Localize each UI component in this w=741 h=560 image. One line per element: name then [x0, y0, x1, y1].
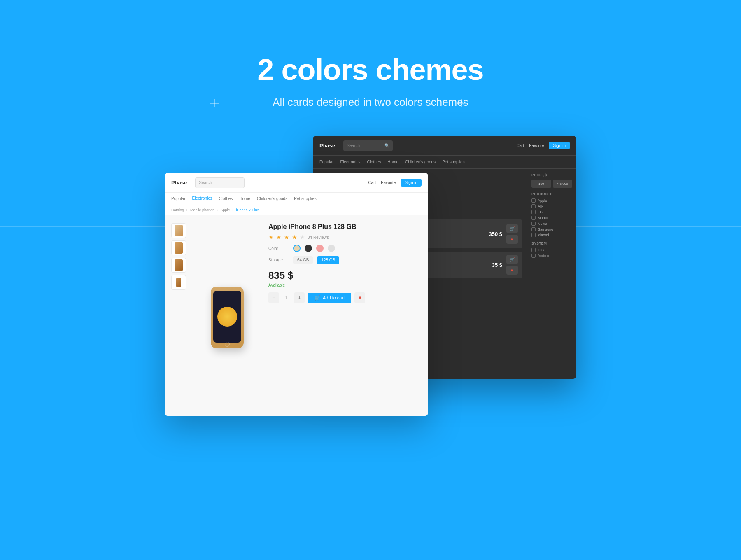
breadcrumb-sep-1: › — [186, 208, 188, 212]
dark-checkbox-ark[interactable] — [531, 204, 536, 208]
dark-price-min[interactable]: 100 — [531, 180, 551, 188]
dark-checkbox-nokia[interactable] — [531, 222, 536, 226]
dark-product-price-2: 35 $ — [492, 262, 502, 268]
dark-price-range: 100 > 5,000 — [531, 180, 572, 188]
dark-product-price-1: 350 $ — [489, 231, 502, 237]
dark-add-fav-2[interactable]: ♥ — [506, 266, 518, 275]
dark-nav-popular[interactable]: Popular — [319, 160, 333, 164]
dark-system-android-label: Android — [538, 254, 550, 258]
storage-128gb[interactable]: 128 GB — [317, 256, 339, 264]
dark-price-filter: Price, $ 100 > 5,000 — [531, 173, 572, 188]
breadcrumb-current: iPhone 7 Plus — [236, 208, 259, 212]
light-subnav: Popular Electronics Clothes Home Childre… — [165, 193, 428, 205]
dark-subnav: Popular Electronics Clothes Home Childre… — [313, 156, 576, 169]
dark-producer-xiaomi-label: Xiaomi — [538, 233, 549, 237]
dark-system-android[interactable]: Android — [531, 254, 572, 258]
dark-nav-pet[interactable]: Pet supplies — [442, 160, 464, 164]
dark-nav-childrens[interactable]: Children's goods — [405, 160, 436, 164]
dark-search[interactable]: Search 🔍 — [343, 140, 393, 151]
dark-checkbox-xiaomi[interactable] — [531, 233, 536, 237]
dark-producer-nokia[interactable]: Nokia — [531, 222, 572, 226]
color-option-gold[interactable] — [293, 245, 301, 252]
light-body: Apple iPhone 8 Plus 128 GB ★ ★ ★ ★ ★ 34 … — [165, 215, 428, 416]
dark-system-ios-label: iOS — [538, 248, 544, 252]
storage-64gb[interactable]: 64 GB — [293, 256, 313, 264]
light-cart-link[interactable]: Cart — [368, 180, 376, 185]
light-favorite-link[interactable]: Favorite — [381, 180, 396, 185]
light-nav-pet[interactable]: Pet supplies — [294, 196, 316, 201]
light-nav: Phase Search Cart Favorite Sign in — [165, 173, 428, 193]
light-main-image — [194, 223, 260, 412]
dark-cart-link[interactable]: Cart — [516, 143, 524, 148]
breadcrumb-catalog[interactable]: Catalog — [171, 208, 184, 212]
color-option-pink[interactable] — [316, 245, 324, 252]
dark-system-label: System — [531, 241, 572, 245]
dark-nav: Phase Search 🔍 Cart Favorite Sign in — [313, 136, 576, 156]
light-signin-button[interactable]: Sign in — [401, 179, 422, 187]
light-nav-popular[interactable]: Popular — [171, 196, 185, 201]
light-add-to-cart-row: − 1 + 🛒 Add to cart ♥ — [268, 292, 422, 303]
dark-price-max[interactable]: > 5,000 — [553, 180, 573, 188]
dark-producer-lg[interactable]: LG — [531, 210, 572, 214]
light-nav-home[interactable]: Home — [239, 196, 250, 201]
light-product-details: Apple iPhone 8 Plus 128 GB ★ ★ ★ ★ ★ 34 … — [268, 223, 422, 412]
light-search-text: Search — [199, 180, 212, 185]
star-1: ★ — [268, 234, 274, 240]
dark-producer-marco[interactable]: Marco — [531, 216, 572, 220]
dark-signin-button[interactable]: Sign in — [549, 142, 570, 149]
add-to-cart-button[interactable]: 🛒 Add to cart — [308, 293, 351, 303]
dark-nav-home[interactable]: Home — [387, 160, 398, 164]
dark-producer-samsung[interactable]: Samsung — [531, 227, 572, 231]
qty-decrease-button[interactable]: − — [268, 292, 279, 303]
light-price: 835 $ — [268, 270, 422, 281]
light-availability: Available — [268, 283, 422, 287]
light-search[interactable]: Search — [195, 177, 245, 188]
dark-producer-xiaomi[interactable]: Xiaomi — [531, 233, 572, 237]
star-3: ★ — [284, 234, 289, 240]
search-icon: 🔍 — [384, 143, 389, 148]
dark-product-actions-2: 🛒 ♥ — [506, 255, 518, 275]
dark-checkbox-apple[interactable] — [531, 198, 536, 203]
dark-add-fav-1[interactable]: ♥ — [506, 235, 518, 244]
light-thumb-3[interactable] — [171, 258, 186, 273]
light-thumb-4[interactable] — [171, 275, 186, 290]
light-image-thumbnails — [171, 223, 186, 412]
qty-increase-button[interactable]: + — [294, 292, 305, 303]
dark-checkbox-android[interactable] — [531, 254, 536, 258]
dark-add-cart-1[interactable]: 🛒 — [506, 224, 518, 233]
qty-value: 1 — [282, 295, 291, 301]
light-product-name: Apple iPhone 8 Plus 128 GB — [268, 223, 422, 231]
dark-checkbox-ios[interactable] — [531, 248, 536, 252]
color-option-black[interactable] — [305, 245, 312, 252]
light-nav-childrens[interactable]: Children's goods — [257, 196, 287, 201]
color-option-silver[interactable] — [328, 245, 335, 252]
dark-checkbox-lg[interactable] — [531, 210, 536, 214]
phone-home-button — [225, 342, 230, 347]
dark-checkbox-marco[interactable] — [531, 216, 536, 220]
breadcrumb-apple[interactable]: Apple — [221, 208, 230, 212]
dark-price-label: Price, $ — [531, 173, 572, 177]
light-thumb-2[interactable] — [171, 240, 186, 255]
dark-producer-samsung-label: Samsung — [538, 227, 553, 231]
light-nav-electronics[interactable]: Electronics — [192, 196, 212, 201]
dark-favorite-link[interactable]: Favorite — [529, 143, 544, 148]
dark-producer-ark[interactable]: Ark — [531, 204, 572, 208]
dark-add-cart-2[interactable]: 🛒 — [506, 255, 518, 264]
dark-system-ios[interactable]: iOS — [531, 248, 572, 252]
dark-producer-apple[interactable]: Apple — [531, 198, 572, 203]
dark-nav-clothes[interactable]: Clothes — [367, 160, 381, 164]
light-nav-clothes[interactable]: Clothes — [219, 196, 233, 201]
dark-producer-nokia-label: Nokia — [538, 222, 547, 226]
light-color-selector: Color — [268, 245, 422, 252]
phone-screen-content — [217, 307, 237, 327]
light-thumb-1[interactable] — [171, 223, 186, 238]
dark-producer-marco-label: Marco — [538, 216, 548, 220]
dark-producer-apple-label: Apple — [538, 198, 547, 203]
breadcrumb-mobile-phones[interactable]: Mobile phones — [190, 208, 214, 212]
dark-checkbox-samsung[interactable] — [531, 227, 536, 231]
wishlist-button[interactable]: ♥ — [354, 292, 365, 303]
star-5: ★ — [300, 234, 305, 240]
dark-nav-electronics[interactable]: Electronics — [340, 160, 360, 164]
dark-product-actions-1: 🛒 ♥ — [506, 224, 518, 244]
hero-title: 2 colors chemes — [185, 54, 556, 86]
